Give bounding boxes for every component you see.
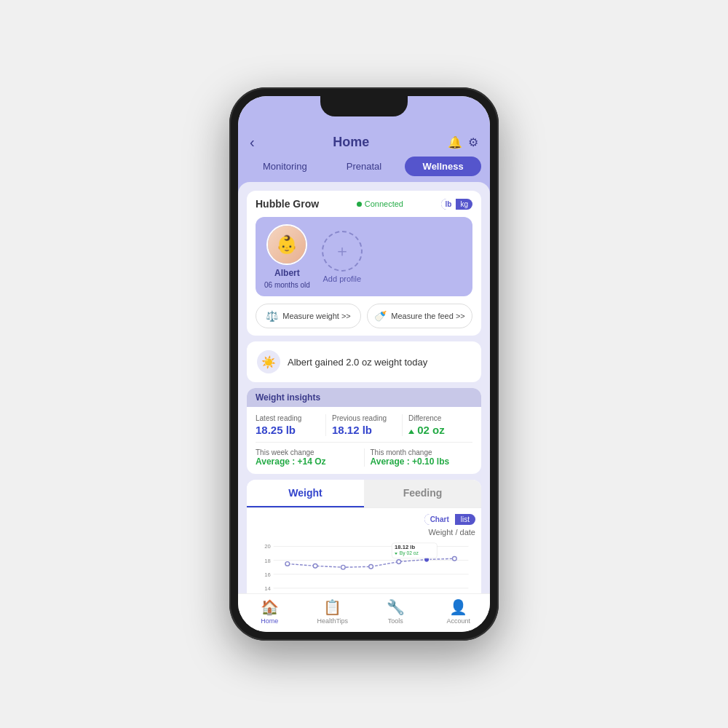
latest-label: Latest reading	[256, 414, 320, 422]
wf-tab-bar: Weight Feeding	[247, 480, 481, 508]
list-button[interactable]: list	[455, 514, 475, 525]
unit-toggle[interactable]: lb kg	[441, 199, 472, 210]
account-icon: 👤	[449, 598, 467, 616]
connected-label: Connected	[365, 199, 403, 208]
data-point-4[interactable]	[369, 564, 373, 569]
nav-tools-label: Tools	[388, 617, 403, 625]
nav-home-label: Home	[261, 617, 278, 625]
chart-title: Weight / date	[253, 528, 475, 537]
svg-text:16: 16	[264, 571, 271, 578]
feed-icon: 🍼	[374, 310, 387, 322]
nav-healthtips-label: HealthTips	[317, 617, 348, 625]
chart-button[interactable]: Chart	[424, 514, 455, 525]
data-point-7[interactable]	[452, 556, 456, 561]
difference-value: 02 oz	[408, 424, 472, 436]
hubble-header: Hubble Grow Connected lb kg	[256, 198, 472, 210]
insights-card: Weight insights Latest reading 18.25 lb …	[247, 388, 481, 474]
month-label: This month change	[371, 448, 473, 456]
insights-header: Weight insights	[247, 388, 481, 407]
up-arrow-icon	[408, 430, 414, 434]
measure-weight-label: Measure weight >>	[282, 312, 351, 320]
hubble-card: Hubble Grow Connected lb kg	[247, 191, 481, 336]
week-label: This week change	[256, 448, 358, 456]
svg-text:18: 18	[264, 558, 271, 564]
unit-lb-button[interactable]: lb	[441, 199, 456, 210]
tooltip-delta: By 02 oz	[400, 550, 419, 556]
tab-feeding[interactable]: Feeding	[364, 480, 481, 507]
albert-avatar: 👶	[266, 224, 307, 265]
bottom-nav: 🏠 Home 📋 HealthTips 🔧 Tools 👤 Account	[238, 593, 490, 632]
month-change: This month change Average : +0.10 lbs	[364, 448, 473, 467]
measure-feed-button[interactable]: 🍼 Measure the feed >>	[367, 304, 472, 328]
add-profile-label: Add profile	[323, 274, 362, 283]
page-title: Home	[255, 135, 448, 150]
tooltip-value: 18.12 lb	[395, 544, 415, 550]
week-change: This week change Average : +14 Oz	[256, 448, 364, 467]
healthtips-icon: 📋	[323, 598, 341, 616]
difference-number: 02 oz	[417, 424, 445, 436]
connected-dot	[357, 202, 362, 207]
insights-row-1: Latest reading 18.25 lb Previous reading…	[256, 414, 472, 436]
difference-reading: Difference 02 oz	[408, 414, 472, 436]
latest-reading: Latest reading 18.25 lb	[256, 414, 320, 436]
data-point-1[interactable]	[285, 562, 290, 566]
divider-2	[402, 414, 403, 436]
month-avg-value: +0.10 lbs	[412, 456, 449, 467]
chart-list-toggle[interactable]: Chart list	[424, 514, 475, 525]
nav-account[interactable]: 👤 Account	[427, 598, 491, 625]
nav-account-label: Account	[446, 617, 470, 625]
svg-text:14: 14	[264, 585, 271, 592]
data-point-5[interactable]	[397, 560, 401, 564]
unit-kg-button[interactable]: kg	[456, 199, 472, 210]
home-icon: 🏠	[261, 598, 279, 616]
previous-value: 18.12 lb	[332, 424, 396, 436]
week-avg-value: +14 Oz	[298, 456, 326, 467]
measure-feed-label: Measure the feed >>	[391, 312, 465, 320]
albert-profile[interactable]: 👶 Albert 06 months old	[264, 224, 310, 289]
profile-age: 06 months old	[264, 281, 310, 289]
tools-icon: 🔧	[387, 598, 405, 616]
notification-text: Albert gained 2.0 oz weight today	[288, 357, 427, 368]
add-profile-button[interactable]: ＋	[322, 231, 363, 272]
profile-name: Albert	[274, 268, 300, 278]
action-buttons: ⚖️ Measure weight >> 🍼 Measure the feed …	[256, 304, 472, 328]
nav-home[interactable]: 🏠 Home	[238, 598, 301, 625]
insights-row-2: This week change Average : +14 Oz This m…	[256, 442, 472, 467]
scale-icon: ⚖️	[266, 310, 278, 322]
app-header: ‹ Home 🔔 ⚙	[238, 128, 490, 154]
tab-weight[interactable]: Weight	[247, 480, 364, 507]
chart-area: Chart list Weight / date	[247, 508, 481, 593]
svg-text:20: 20	[264, 543, 271, 550]
nav-tools[interactable]: 🔧 Tools	[364, 598, 427, 625]
back-button[interactable]: ‹	[250, 134, 255, 151]
phone-frame: ‹ Home 🔔 ⚙ Monitoring Prenatal Wellness …	[229, 87, 499, 641]
tab-prenatal[interactable]: Prenatal	[326, 157, 403, 176]
previous-label: Previous reading	[332, 414, 396, 422]
previous-reading: Previous reading 18.12 lb	[332, 414, 396, 436]
settings-icon[interactable]: ⚙	[468, 135, 478, 149]
tab-bar: Monitoring Prenatal Wellness	[238, 154, 490, 182]
notification-icon[interactable]: 🔔	[448, 135, 462, 149]
tab-monitoring[interactable]: Monitoring	[247, 157, 323, 176]
hubble-title: Hubble Grow	[256, 198, 319, 210]
measure-weight-button[interactable]: ⚖️ Measure weight >>	[256, 304, 361, 328]
week-avg: Average : +14 Oz	[256, 456, 358, 467]
header-icons: 🔔 ⚙	[448, 135, 478, 149]
add-profile-item[interactable]: ＋ Add profile	[322, 231, 363, 283]
divider-1	[325, 414, 326, 436]
tab-wellness[interactable]: Wellness	[405, 157, 481, 176]
notch	[320, 96, 408, 116]
nav-healthtips[interactable]: 📋 HealthTips	[301, 598, 365, 625]
sun-icon: ☀️	[257, 350, 280, 373]
connected-badge: Connected	[357, 199, 403, 208]
difference-label: Difference	[408, 414, 472, 422]
phone-screen: ‹ Home 🔔 ⚙ Monitoring Prenatal Wellness …	[238, 96, 490, 632]
data-point-2[interactable]	[313, 563, 317, 568]
notification-card: ☀️ Albert gained 2.0 oz weight today	[247, 341, 481, 382]
weight-chart: 20 18 16 14 12 10 28/03 29/03 30/03 31	[253, 539, 475, 593]
weight-feeding-card: Weight Feeding Chart list Weight / date	[247, 480, 481, 593]
data-point-3[interactable]	[341, 565, 345, 569]
baby-image: 👶	[268, 226, 306, 264]
month-avg: Average : +0.10 lbs	[371, 456, 473, 467]
chart-controls: Chart list	[253, 514, 475, 525]
